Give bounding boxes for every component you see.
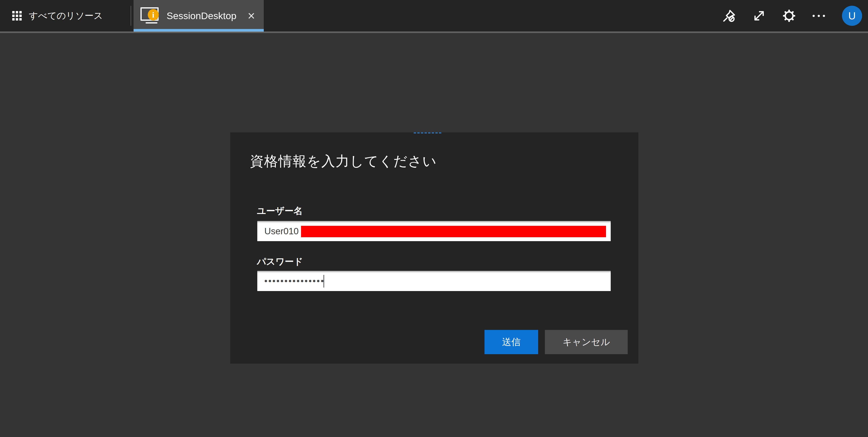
app-launcher-grid-icon[interactable] (12, 11, 22, 21)
tab-close-icon[interactable]: × (248, 9, 255, 22)
topbar-divider (131, 6, 131, 26)
fullscreen-expand-icon[interactable] (753, 9, 766, 22)
grid-dot (16, 11, 18, 13)
tab-session-desktop[interactable]: i SessionDesktop × (133, 0, 264, 32)
top-bar: すべてのリソース i SessionDesktop × (0, 0, 868, 32)
unpin-sidebar-icon[interactable] (723, 9, 736, 22)
tab-label: SessionDesktop (167, 10, 237, 21)
username-input[interactable] (257, 221, 611, 241)
grid-dot (16, 18, 18, 21)
grid-dot (12, 14, 14, 17)
all-resources-link[interactable]: すべてのリソース (29, 10, 103, 22)
password-input[interactable] (257, 271, 611, 291)
grid-dot (16, 14, 18, 17)
ellipsis-dot (812, 15, 815, 17)
focus-outline-dashes (414, 132, 441, 133)
grid-dot (12, 11, 14, 13)
settings-gear-icon[interactable] (782, 9, 796, 22)
topbar-actions: U (723, 0, 862, 32)
grid-dot (19, 14, 22, 17)
ellipsis-dot (818, 15, 820, 17)
password-field-box (257, 270, 611, 291)
cancel-button[interactable]: キャンセル (545, 330, 628, 354)
desktop-monitor-icon: i (140, 6, 162, 26)
user-avatar[interactable]: U (842, 6, 862, 26)
more-options-icon[interactable] (812, 15, 825, 17)
info-badge-icon: i (148, 9, 159, 21)
dialog-buttons: 送信 キャンセル (485, 330, 628, 354)
grid-dot (19, 18, 22, 21)
password-label: パスワード (257, 256, 303, 268)
username-label: ユーザー名 (257, 205, 303, 217)
topbar-bottom-divider (0, 32, 868, 33)
username-field-box (257, 220, 611, 242)
avatar-initial: U (848, 10, 856, 22)
credentials-dialog: 資格情報を入力してください ユーザー名 パスワード 送信 キャンセル (230, 132, 639, 364)
dialog-title: 資格情報を入力してください (250, 152, 437, 170)
info-badge-glyph: i (152, 10, 154, 20)
ellipsis-dot (823, 15, 825, 17)
grid-dot (12, 18, 14, 21)
grid-dot (19, 11, 22, 13)
submit-button[interactable]: 送信 (485, 330, 538, 354)
